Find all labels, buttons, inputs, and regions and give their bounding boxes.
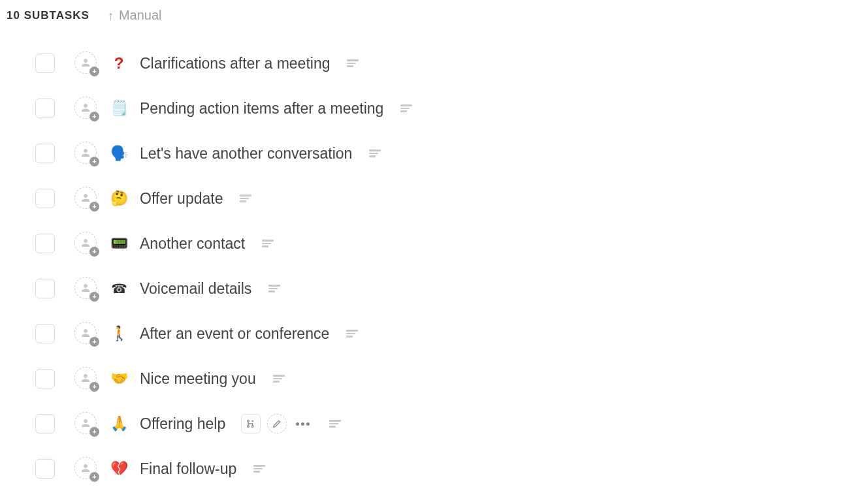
plus-icon: + xyxy=(89,337,99,347)
assignee-add[interactable]: + xyxy=(74,52,98,75)
assignee-add[interactable]: + xyxy=(74,277,98,300)
task-hover-actions xyxy=(241,414,312,433)
task-row[interactable]: +🗒️Pending action items after a meeting xyxy=(35,97,857,120)
task-row[interactable]: +🗣️Let's have another conversation xyxy=(35,142,857,165)
notes-icon xyxy=(253,465,265,473)
subtasks-header: 10 SUBTASKS ↑ Manual xyxy=(0,8,857,23)
plus-icon: + xyxy=(89,247,99,257)
notes-icon xyxy=(369,150,381,157)
task-title[interactable]: Offering help xyxy=(140,415,225,433)
assignee-add[interactable]: + xyxy=(74,412,98,435)
notes-icon xyxy=(262,240,274,247)
task-checkbox[interactable] xyxy=(35,99,55,118)
task-title[interactable]: Final follow-up xyxy=(140,460,236,478)
task-checkbox[interactable] xyxy=(35,234,55,253)
edit-button[interactable] xyxy=(267,414,287,433)
task-row[interactable]: +📟Another contact xyxy=(35,232,857,255)
notes-icon xyxy=(346,330,358,338)
notes-icon xyxy=(268,285,280,292)
assignee-add[interactable]: + xyxy=(74,232,98,255)
assignee-add[interactable]: + xyxy=(74,322,98,345)
task-title[interactable]: Pending action items after a meeting xyxy=(140,100,383,118)
task-checkbox[interactable] xyxy=(35,189,55,208)
assignee-add[interactable]: + xyxy=(74,457,98,480)
task-title[interactable]: Clarifications after a meeting xyxy=(140,55,330,72)
svg-point-1 xyxy=(248,426,250,428)
task-title[interactable]: Nice meeting you xyxy=(140,370,256,388)
task-checkbox[interactable] xyxy=(35,414,55,433)
task-list: +?Clarifications after a meeting+🗒️Pendi… xyxy=(0,52,857,480)
arrow-up-icon: ↑ xyxy=(108,10,114,22)
task-checkbox[interactable] xyxy=(35,324,55,343)
notes-icon xyxy=(240,195,251,202)
plus-icon: + xyxy=(89,157,99,166)
task-row[interactable]: +💔Final follow-up xyxy=(35,457,857,480)
task-row[interactable]: +🤔Offer update xyxy=(35,187,857,210)
task-row[interactable]: +🚶After an event or conference xyxy=(35,322,857,345)
task-checkbox[interactable] xyxy=(35,369,55,388)
assignee-add[interactable]: + xyxy=(74,142,98,165)
task-title[interactable]: Voicemail details xyxy=(140,280,251,298)
task-emoji: 💔 xyxy=(110,460,128,477)
task-checkbox[interactable] xyxy=(35,459,55,479)
task-emoji: ? xyxy=(110,54,128,72)
task-checkbox[interactable] xyxy=(35,54,55,73)
notes-icon xyxy=(273,375,285,383)
plus-icon: + xyxy=(89,112,99,121)
task-checkbox[interactable] xyxy=(35,144,55,163)
task-title[interactable]: After an event or conference xyxy=(140,325,329,343)
sort-label: Manual xyxy=(119,8,162,23)
svg-point-0 xyxy=(248,420,250,422)
task-row[interactable]: +🙏Offering help xyxy=(35,412,857,435)
task-emoji: 🙏 xyxy=(110,415,128,432)
plus-icon: + xyxy=(89,427,99,437)
plus-icon: + xyxy=(89,472,99,482)
task-emoji: 📟 xyxy=(110,235,128,252)
task-emoji: 🤔 xyxy=(110,190,128,207)
task-title[interactable]: Offer update xyxy=(140,190,223,208)
plus-icon: + xyxy=(89,292,99,302)
task-row[interactable]: +☎Voicemail details xyxy=(35,277,857,300)
task-emoji: 🤝 xyxy=(110,370,128,387)
task-emoji: 🗣️ xyxy=(110,145,128,162)
sort-control[interactable]: ↑ Manual xyxy=(108,8,162,23)
assignee-add[interactable]: + xyxy=(74,367,98,390)
subtask-button[interactable] xyxy=(241,414,261,433)
task-row[interactable]: +🤝Nice meeting you xyxy=(35,367,857,390)
subtasks-count: 10 SUBTASKS xyxy=(7,9,89,22)
notes-icon xyxy=(329,420,341,428)
task-emoji: 🚶 xyxy=(110,325,128,342)
assignee-add[interactable]: + xyxy=(74,187,98,210)
notes-icon xyxy=(400,104,412,112)
task-emoji: 🗒️ xyxy=(110,100,128,117)
plus-icon: + xyxy=(89,382,99,392)
assignee-add[interactable]: + xyxy=(74,97,98,120)
task-emoji: ☎ xyxy=(110,281,128,296)
task-title[interactable]: Let's have another conversation xyxy=(140,145,352,163)
task-checkbox[interactable] xyxy=(35,279,55,298)
plus-icon: + xyxy=(89,67,99,76)
svg-point-2 xyxy=(252,426,254,428)
task-row[interactable]: +?Clarifications after a meeting xyxy=(35,52,857,75)
more-icon[interactable] xyxy=(293,422,312,426)
task-title[interactable]: Another contact xyxy=(140,235,245,253)
plus-icon: + xyxy=(89,202,99,212)
notes-icon xyxy=(347,59,359,67)
